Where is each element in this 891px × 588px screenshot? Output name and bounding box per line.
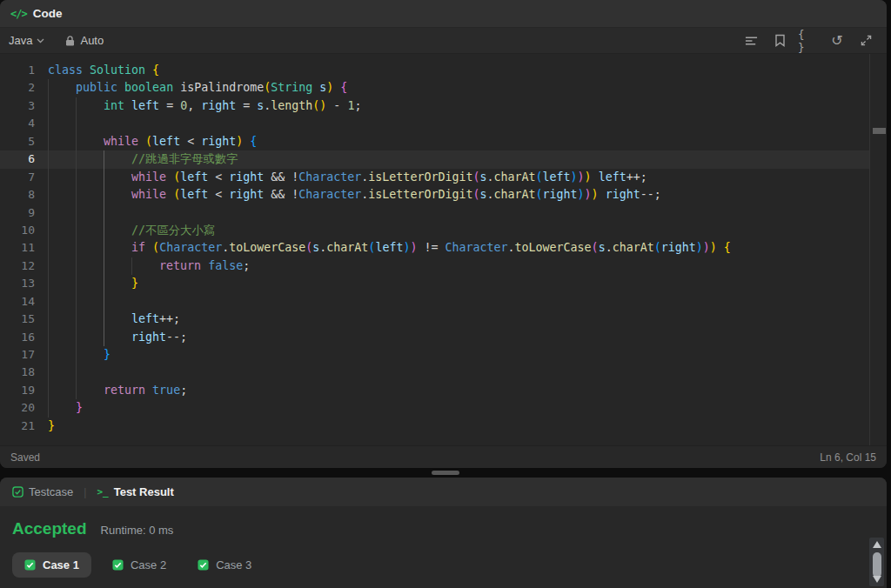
code-line-9[interactable]: 9 bbox=[0, 204, 869, 222]
check-icon bbox=[198, 559, 209, 571]
code-text: while (left < right && !Character.isLett… bbox=[48, 169, 647, 186]
autocomplete-toggle[interactable]: Auto bbox=[65, 34, 104, 47]
line-number: 4 bbox=[0, 115, 35, 132]
code-line-4[interactable]: 4 bbox=[0, 115, 869, 132]
code-text: } bbox=[48, 275, 138, 292]
indent-guide bbox=[48, 115, 49, 132]
indent-guide bbox=[104, 204, 104, 222]
indent-guide bbox=[48, 364, 49, 381]
code-text: public boolean isPalindrome(String s) { bbox=[48, 79, 347, 97]
terminal-icon: >_ bbox=[97, 486, 108, 498]
cursor-position: Ln 6, Col 15 bbox=[820, 451, 876, 464]
code-text: while (left < right && !Character.isLett… bbox=[48, 186, 661, 204]
scroll-down-arrow-icon[interactable] bbox=[873, 576, 881, 583]
indent-guide bbox=[76, 115, 77, 132]
panel-resize-gutter[interactable] bbox=[0, 468, 891, 478]
panel-resize-handle[interactable] bbox=[432, 471, 459, 475]
line-number: 1 bbox=[0, 62, 35, 79]
code-text: return false; bbox=[48, 257, 250, 275]
code-line-19[interactable]: 19 return true; bbox=[0, 382, 869, 399]
code-line-8[interactable]: 8 while (left < right && !Character.isLe… bbox=[0, 186, 869, 204]
testcase-check-icon bbox=[12, 486, 23, 498]
indent-guide bbox=[76, 293, 77, 311]
test-result-panel: Testcase | >_ Test Result Accepted Runti… bbox=[0, 478, 887, 588]
format-icon[interactable] bbox=[740, 31, 761, 50]
code-line-6[interactable]: 6 //跳過非字母或數字 bbox=[0, 150, 869, 168]
tab-testcase[interactable]: Testcase bbox=[12, 485, 73, 498]
code-line-3[interactable]: 3 int left = 0, right = s.length() - 1; bbox=[0, 97, 869, 115]
code-text: int left = 0, right = s.length() - 1; bbox=[48, 97, 361, 115]
result-vertical-scrollbar[interactable] bbox=[869, 538, 884, 586]
indent-guide bbox=[48, 204, 49, 222]
code-line-12[interactable]: 12 return false; bbox=[0, 257, 869, 275]
braces-icon[interactable]: { } bbox=[798, 31, 819, 50]
line-number: 17 bbox=[0, 346, 35, 364]
code-line-20[interactable]: 20 } bbox=[0, 399, 869, 417]
panel-title: Code bbox=[33, 7, 63, 20]
code-line-10[interactable]: 10 //不區分大小寫 bbox=[0, 222, 869, 239]
code-line-14[interactable]: 14 bbox=[0, 293, 869, 311]
language-selector[interactable]: Java bbox=[9, 34, 44, 47]
panel-header: </> Code bbox=[0, 0, 887, 27]
code-line-2[interactable]: 2 public boolean isPalindrome(String s) … bbox=[0, 79, 869, 97]
code-line-17[interactable]: 17 } bbox=[0, 346, 869, 364]
code-text: } bbox=[48, 418, 55, 435]
language-label: Java bbox=[9, 34, 32, 47]
code-editor[interactable]: 1class Solution {2 public boolean isPali… bbox=[0, 54, 887, 445]
code-line-18[interactable]: 18 bbox=[0, 364, 869, 381]
code-line-15[interactable]: 15 left++; bbox=[0, 311, 869, 328]
code-text: if (Character.toLowerCase(s.charAt(left)… bbox=[48, 239, 731, 257]
code-text: } bbox=[48, 399, 83, 417]
check-icon bbox=[24, 559, 36, 571]
lock-icon bbox=[65, 36, 75, 46]
line-number: 6 bbox=[0, 150, 35, 168]
leetcode-editor-app: </> Code Java Auto bbox=[0, 0, 891, 588]
case-label: Case 3 bbox=[216, 558, 251, 571]
bookmark-icon[interactable] bbox=[769, 31, 790, 50]
code-text: return true; bbox=[48, 382, 187, 399]
code-text: right--; bbox=[48, 329, 187, 346]
expand-icon[interactable] bbox=[855, 31, 876, 50]
test-result-body: Accepted Runtime: 0 ms Case 1Case 2Case … bbox=[0, 506, 887, 588]
code-line-1[interactable]: 1class Solution { bbox=[0, 62, 869, 79]
line-number: 18 bbox=[0, 364, 35, 381]
code-line-11[interactable]: 11 if (Character.toLowerCase(s.charAt(le… bbox=[0, 239, 869, 257]
code-line-16[interactable]: 16 right--; bbox=[0, 329, 869, 346]
code-line-13[interactable]: 13 } bbox=[0, 275, 869, 292]
result-status: Accepted bbox=[12, 519, 87, 538]
editor-vertical-scrollbar[interactable] bbox=[869, 54, 887, 445]
code-text: } bbox=[48, 346, 111, 364]
line-number: 12 bbox=[0, 257, 35, 275]
code-text: while (left < right) { bbox=[48, 133, 257, 150]
tab-test-result-label: Test Result bbox=[114, 485, 174, 498]
code-line-7[interactable]: 7 while (left < right && !Character.isLe… bbox=[0, 169, 869, 186]
line-number: 20 bbox=[0, 399, 35, 417]
tab-testcase-label: Testcase bbox=[29, 485, 73, 498]
line-number: 14 bbox=[0, 293, 35, 311]
reset-icon[interactable]: ↺ bbox=[827, 31, 847, 50]
code-line-21[interactable]: 21} bbox=[0, 418, 869, 435]
tab-test-result[interactable]: >_ Test Result bbox=[97, 485, 173, 498]
code-line-5[interactable]: 5 while (left < right) { bbox=[0, 133, 869, 150]
result-scrollbar-thumb[interactable] bbox=[873, 552, 881, 578]
editor-scrollbar-thumb[interactable] bbox=[873, 128, 886, 134]
line-number: 10 bbox=[0, 222, 35, 239]
result-row: Accepted Runtime: 0 ms bbox=[12, 519, 173, 538]
line-number: 7 bbox=[0, 169, 35, 186]
auto-label: Auto bbox=[80, 34, 104, 47]
case-3-button[interactable]: Case 3 bbox=[187, 552, 262, 578]
code-icon: </> bbox=[10, 8, 27, 20]
tab-divider: | bbox=[84, 486, 86, 498]
scroll-up-arrow-icon[interactable] bbox=[873, 541, 881, 548]
line-number: 11 bbox=[0, 239, 35, 257]
indent-guide bbox=[76, 364, 77, 381]
code-text: left++; bbox=[48, 311, 180, 328]
code-text: //跳過非字母或數字 bbox=[48, 150, 238, 168]
case-2-button[interactable]: Case 2 bbox=[102, 552, 177, 578]
code-lines: 1class Solution {2 public boolean isPali… bbox=[0, 62, 869, 435]
editor-statusbar: Saved Ln 6, Col 15 bbox=[0, 445, 887, 468]
case-1-button[interactable]: Case 1 bbox=[12, 552, 91, 578]
line-number: 9 bbox=[0, 204, 35, 222]
case-label: Case 2 bbox=[131, 558, 166, 571]
code-editor-panel: </> Code Java Auto bbox=[0, 0, 887, 468]
